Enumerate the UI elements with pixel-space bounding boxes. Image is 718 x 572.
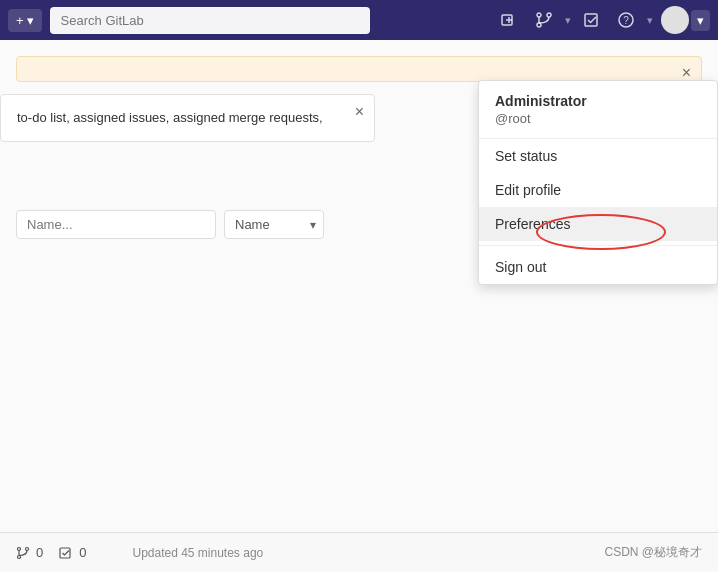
help-chevron: ▾ bbox=[647, 14, 653, 27]
notification-text: to-do list, assigned issues, assigned me… bbox=[17, 109, 358, 127]
mr-count: 0 bbox=[36, 545, 43, 560]
svg-point-8 bbox=[26, 547, 29, 550]
navbar: + ▾ ▾ ? ▾ ▾ bbox=[0, 0, 718, 40]
sort-select[interactable]: Name Last updated Created bbox=[224, 210, 324, 239]
svg-point-7 bbox=[18, 547, 21, 550]
navbar-right: ▾ ? ▾ ▾ bbox=[497, 6, 710, 34]
stats-area: 0 0 Updated 45 minutes ago bbox=[16, 545, 263, 560]
dropdown-handle: @root bbox=[495, 111, 701, 126]
announcement-banner: × bbox=[16, 56, 702, 82]
sort-wrapper: Name Last updated Created bbox=[224, 210, 324, 239]
help-icon-button[interactable]: ? bbox=[613, 7, 639, 33]
dropdown-divider bbox=[479, 245, 717, 246]
svg-rect-4 bbox=[585, 14, 597, 26]
search-bar-container bbox=[50, 7, 370, 34]
create-icon bbox=[501, 11, 519, 29]
sign-out-button[interactable]: Sign out bbox=[479, 250, 717, 284]
add-chevron-icon: ▾ bbox=[27, 13, 34, 28]
dropdown-header: Administrator @root bbox=[479, 81, 717, 139]
mr-chevron: ▾ bbox=[565, 14, 571, 27]
notification-close-button[interactable]: × bbox=[355, 103, 364, 121]
search-input[interactable] bbox=[50, 7, 370, 34]
todo-stat-icon bbox=[59, 546, 73, 560]
svg-point-2 bbox=[547, 13, 551, 17]
merge-request-icon bbox=[535, 11, 553, 29]
preferences-button[interactable]: Preferences bbox=[479, 207, 717, 241]
svg-point-1 bbox=[537, 13, 541, 17]
bottom-bar: 0 0 Updated 45 minutes ago CSDN @秘境奇才 bbox=[0, 532, 718, 572]
help-icon: ? bbox=[617, 11, 635, 29]
dropdown-username: Administrator bbox=[495, 93, 701, 109]
mr-stat-icon bbox=[16, 546, 30, 560]
mr-stat: 0 bbox=[16, 545, 43, 560]
todo-stat: 0 bbox=[59, 545, 86, 560]
project-name-filter[interactable] bbox=[16, 210, 216, 239]
user-chevron-icon: ▾ bbox=[697, 13, 704, 28]
user-dropdown-menu: Administrator @root Set status Edit prof… bbox=[478, 80, 718, 285]
todo-icon bbox=[583, 11, 601, 29]
user-menu-button[interactable]: ▾ bbox=[691, 10, 710, 31]
edit-profile-button[interactable]: Edit profile bbox=[479, 173, 717, 207]
todo-count: 0 bbox=[79, 545, 86, 560]
notification-card: × to-do list, assigned issues, assigned … bbox=[0, 94, 375, 142]
todo-icon-button[interactable] bbox=[579, 7, 605, 33]
set-status-button[interactable]: Set status bbox=[479, 139, 717, 173]
csdn-badge: CSDN @秘境奇才 bbox=[604, 544, 702, 561]
create-icon-button[interactable] bbox=[497, 7, 523, 33]
updated-time: Updated 45 minutes ago bbox=[132, 546, 263, 560]
plus-icon: + bbox=[16, 13, 24, 28]
navbar-left: + ▾ bbox=[8, 9, 42, 32]
svg-rect-10 bbox=[60, 548, 70, 558]
svg-text:?: ? bbox=[623, 15, 629, 26]
merge-request-icon-button[interactable] bbox=[531, 7, 557, 33]
main-content: × × to-do list, assigned issues, assigne… bbox=[0, 40, 718, 572]
banner-close-button[interactable]: × bbox=[682, 65, 691, 81]
avatar bbox=[661, 6, 689, 34]
add-menu-button[interactable]: + ▾ bbox=[8, 9, 42, 32]
avatar-area: ▾ bbox=[661, 6, 710, 34]
